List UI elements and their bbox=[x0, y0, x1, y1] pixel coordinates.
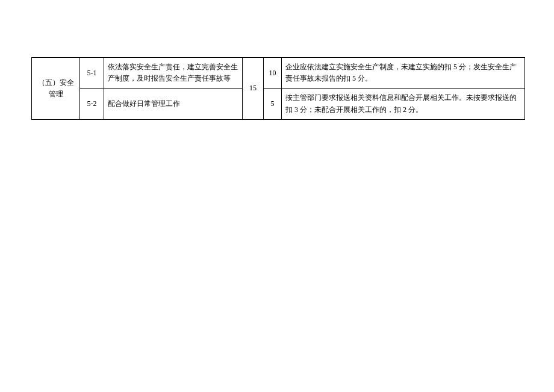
description-cell: 配合做好日常管理工作 bbox=[104, 89, 243, 119]
criteria-cell: 企业应依法建立实施安全生产制度，未建立实施的扣 5 分；发生安全生产责任事故未报… bbox=[282, 58, 525, 89]
criteria-cell: 按主管部门要求报送相关资料信息和配合开展相关工作。未按要求报送的扣 3 分；未配… bbox=[282, 89, 525, 119]
score-cell: 10 bbox=[264, 58, 282, 89]
code-cell: 5-1 bbox=[80, 58, 104, 89]
table-row: 5-2 配合做好日常管理工作 5 按主管部门要求报送相关资料信息和配合开展相关工… bbox=[32, 89, 525, 119]
table-row: （五）安全管理 5-1 依法落实安全生产责任，建立完善安全生产制度，及时报告安全… bbox=[32, 58, 525, 89]
description-cell: 依法落实安全生产责任，建立完善安全生产制度，及时报告安全生产责任事故等 bbox=[104, 58, 243, 89]
score-cell: 5 bbox=[264, 89, 282, 119]
assessment-table: （五）安全管理 5-1 依法落实安全生产责任，建立完善安全生产制度，及时报告安全… bbox=[31, 57, 525, 120]
code-cell: 5-2 bbox=[80, 89, 104, 119]
total-score-cell: 15 bbox=[243, 58, 264, 120]
category-cell: （五）安全管理 bbox=[32, 58, 80, 120]
